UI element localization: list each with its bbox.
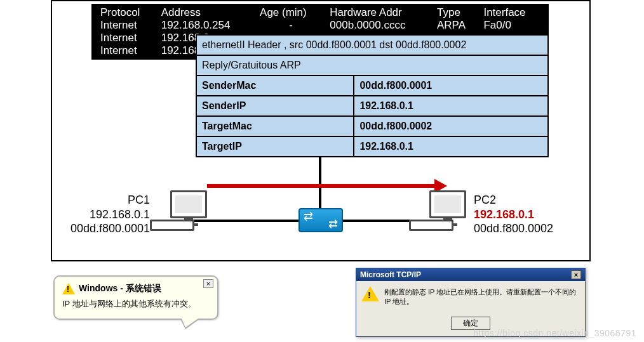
- switch-icon: [299, 208, 343, 232]
- sender-mac-value: 00dd.f800.0001: [354, 76, 547, 95]
- pc2-name: PC2: [474, 193, 553, 207]
- dialog-close-button[interactable]: ×: [571, 270, 581, 279]
- dialog-titlebar[interactable]: Microsoft TCP/IP ×: [356, 268, 585, 281]
- ethernet-header: ethernetII Header , src 00dd.f800.0001 d…: [197, 36, 547, 56]
- pc1-ip: 192.168.0.1: [55, 207, 150, 222]
- arp-packet-detail: ethernetII Header , src 00dd.f800.0001 d…: [196, 34, 549, 157]
- sender-mac-label: SenderMac: [197, 76, 354, 95]
- sender-ip-value: 192.168.0.1: [354, 96, 547, 115]
- warning-icon: [62, 283, 75, 294]
- pc1-label-block: PC1 192.168.0.1 00dd.f800.0001: [55, 193, 150, 236]
- dialog-message: 刚配置的静态 IP 地址已在网络上使用。请重新配置一个不同的 IP 地址。: [384, 288, 576, 305]
- dialog-title: Microsoft TCP/IP: [360, 270, 421, 279]
- balloon-text: IP 地址与网络上的其他系统有冲突。: [62, 298, 210, 310]
- balloon-close-button[interactable]: ×: [203, 279, 213, 288]
- pc1-icon: [170, 190, 207, 226]
- target-mac-value: 00dd.f800.0002: [354, 117, 547, 136]
- pc1-name: PC1: [55, 193, 150, 207]
- windows-error-balloon: × Windows - 系统错误 IP 地址与网络上的其他系统有冲突。: [53, 275, 218, 320]
- warning-icon: [361, 286, 379, 305]
- pc1-mac: 00dd.f800.0001: [55, 221, 150, 236]
- watermark-text: https://blog.csdn.net/weixin_39068791: [473, 328, 636, 338]
- sender-ip-label: SenderIP: [197, 96, 354, 115]
- packet-flow-arrow: [207, 184, 436, 188]
- pc2-ip-conflict: 192.168.0.1: [474, 207, 553, 222]
- pc2-mac: 00dd.f800.0002: [474, 221, 553, 236]
- tcpip-dialog: Microsoft TCP/IP × 刚配置的静态 IP 地址已在网络上使用。请…: [356, 268, 586, 337]
- pc2-icon: [429, 190, 466, 226]
- target-ip-label: TargetIP: [197, 137, 354, 156]
- target-ip-value: 192.168.0.1: [354, 137, 547, 156]
- balloon-title: Windows - 系统错误: [79, 283, 161, 294]
- arp-type: Reply/Gratuitous ARP: [197, 56, 547, 76]
- diagram-canvas: Protocol Address Age (min) Hardware Addr…: [51, 0, 591, 261]
- target-mac-label: TargetMac: [197, 117, 354, 136]
- pc2-label-block: PC2 192.168.0.1 00dd.f800.0002: [474, 193, 553, 236]
